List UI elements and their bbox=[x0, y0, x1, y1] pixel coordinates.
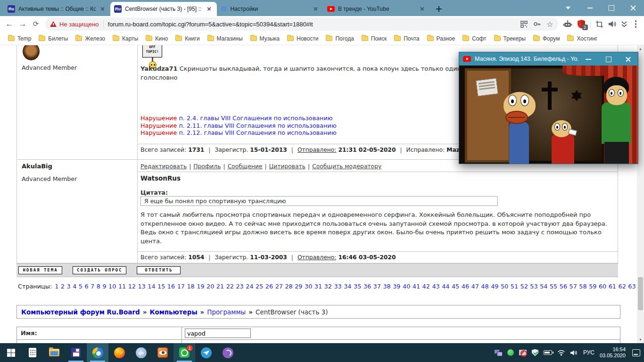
maximize-button[interactable] bbox=[601, 0, 622, 16]
page-link[interactable]: 58 bbox=[579, 283, 586, 290]
taskbar-firefox[interactable] bbox=[108, 343, 130, 362]
tab-active-topics[interactable]: Ru Активные темы :: Общие :: Комп bbox=[4, 2, 110, 16]
green-status-icon[interactable] bbox=[507, 349, 514, 356]
page-link[interactable]: 63 bbox=[628, 283, 636, 290]
taskbar-floppy-app[interactable] bbox=[65, 343, 87, 362]
tab-youtube[interactable]: В тренде - YouTube bbox=[323, 2, 430, 16]
taskbar-calculator[interactable] bbox=[22, 343, 43, 362]
page-link[interactable]: 8 bbox=[97, 283, 100, 290]
page-link[interactable]: 11 bbox=[118, 283, 126, 290]
qr-code-icon[interactable] bbox=[520, 21, 528, 28]
saved-password-key-icon[interactable] bbox=[533, 20, 541, 28]
page-link[interactable]: 21 bbox=[216, 283, 224, 290]
speaker-icon[interactable] bbox=[608, 20, 616, 28]
page-link[interactable]: 27 bbox=[275, 283, 283, 290]
page-link[interactable]: 59 bbox=[589, 283, 596, 290]
page-link[interactable]: 56 bbox=[560, 283, 567, 290]
page-link[interactable]: 44 bbox=[442, 283, 449, 290]
bookmark-folder[interactable]: Софт bbox=[459, 34, 489, 43]
address-bar[interactable]: Не защищено forum.ru-board.com/topic.cgi… bbox=[45, 17, 558, 31]
page-link[interactable]: 17 bbox=[177, 283, 185, 290]
bookmark-folder[interactable]: Разное bbox=[424, 34, 459, 43]
pip-maximize-button[interactable] bbox=[598, 52, 618, 66]
scrollbar-thumb[interactable] bbox=[638, 277, 643, 310]
page-link[interactable]: 6 bbox=[84, 283, 88, 290]
tab-settings[interactable]: Настройки bbox=[217, 2, 323, 16]
taskbar-qbittorrent[interactable]: qb bbox=[130, 343, 152, 362]
bookmark-folder[interactable]: Почта bbox=[391, 34, 422, 43]
page-link[interactable]: 26 bbox=[265, 283, 273, 290]
close-icon[interactable] bbox=[419, 5, 426, 13]
minimize-button[interactable] bbox=[579, 0, 601, 16]
page-link[interactable]: 24 bbox=[246, 283, 253, 290]
page-link[interactable]: 1 bbox=[55, 283, 58, 290]
pip-close-button[interactable] bbox=[618, 52, 638, 66]
post-action-link[interactable]: Сообщение bbox=[228, 163, 263, 170]
page-link[interactable]: 45 bbox=[452, 283, 459, 290]
sent-link[interactable]: Отправлено: bbox=[297, 254, 337, 261]
page-link[interactable]: 28 bbox=[285, 283, 292, 290]
page-link[interactable]: 47 bbox=[471, 283, 479, 290]
breadcrumb-root-link[interactable]: Компьютерный форум Ru.Board bbox=[21, 308, 140, 316]
page-link[interactable]: 25 bbox=[256, 283, 263, 290]
pip-title-bar[interactable]: Масяня. Эпизод 143. Билефельд - Yo... bbox=[459, 52, 638, 66]
bookmark-folder[interactable]: Хостинг bbox=[564, 34, 601, 43]
close-window-button[interactable] bbox=[622, 0, 644, 16]
page-link[interactable]: 19 bbox=[197, 283, 204, 290]
page-link[interactable]: 39 bbox=[393, 283, 400, 290]
page-link[interactable]: 4 bbox=[73, 283, 76, 290]
defender-shield-icon[interactable] bbox=[532, 349, 538, 356]
sent-link[interactable]: Отправлено: bbox=[297, 147, 337, 153]
forward-button[interactable] bbox=[16, 17, 29, 31]
chrome-menu-icon[interactable] bbox=[632, 20, 640, 28]
page-link[interactable]: 49 bbox=[491, 283, 498, 290]
page-link[interactable]: 54 bbox=[540, 283, 547, 290]
agreement-link[interactable]: п. 2.11. главы VIII Соглашения по исполь… bbox=[179, 122, 336, 129]
page-link[interactable]: 5 bbox=[79, 283, 83, 290]
reload-button[interactable] bbox=[29, 17, 42, 31]
page-link[interactable]: 40 bbox=[403, 283, 410, 290]
page-link[interactable]: 22 bbox=[226, 283, 234, 290]
language-indicator[interactable]: РУС bbox=[583, 349, 594, 356]
taskbar-clock[interactable]: 16:54 03.05.2020 bbox=[600, 346, 626, 359]
blocked-monitor-icon[interactable] bbox=[519, 350, 527, 355]
topic-action-button[interactable]: ОТВЕТИТЬ bbox=[137, 266, 181, 274]
bookmark-folder[interactable]: Трекеры bbox=[491, 34, 529, 43]
page-link[interactable]: 51 bbox=[511, 283, 518, 290]
page-link[interactable]: 10 bbox=[108, 283, 116, 290]
page-link[interactable]: 46 bbox=[462, 283, 469, 290]
taskbar-whatsapp[interactable]: 1 bbox=[173, 343, 195, 362]
name-input[interactable] bbox=[185, 329, 251, 338]
page-link[interactable]: 29 bbox=[295, 283, 302, 290]
page-link[interactable]: 32 bbox=[324, 283, 332, 290]
page-link[interactable]: 37 bbox=[373, 283, 381, 290]
double-chevron-down-icon[interactable] bbox=[621, 21, 627, 28]
bookmark-folder[interactable]: Temp bbox=[5, 34, 34, 43]
page-link[interactable]: 13 bbox=[138, 283, 145, 290]
page-link[interactable]: 38 bbox=[383, 283, 390, 290]
agreement-link[interactable]: п. 2.12. главы VIII Соглашения по исполь… bbox=[179, 129, 336, 136]
scroll-down-arrow[interactable] bbox=[637, 336, 644, 343]
page-link[interactable]: 7 bbox=[91, 283, 94, 290]
battery-icon[interactable] bbox=[544, 350, 552, 355]
bookmark-folder[interactable]: Форум bbox=[530, 34, 563, 43]
post-action-link[interactable]: Профиль bbox=[193, 163, 221, 170]
page-link[interactable]: 33 bbox=[334, 283, 341, 290]
page-link[interactable]: 52 bbox=[520, 283, 528, 290]
taskbar-telegram[interactable] bbox=[195, 343, 217, 362]
pip-video-window[interactable]: Масяня. Эпизод 143. Билефельд - Yo... bbox=[459, 52, 638, 164]
close-icon[interactable] bbox=[312, 5, 320, 13]
volume-icon[interactable] bbox=[570, 350, 578, 356]
page-link[interactable]: 48 bbox=[481, 283, 488, 290]
close-icon[interactable] bbox=[206, 5, 213, 13]
taskbar-image-viewer[interactable] bbox=[152, 343, 173, 362]
page-link[interactable]: 23 bbox=[236, 283, 243, 290]
page-link[interactable]: 31 bbox=[314, 283, 322, 290]
taskbar-file-explorer[interactable] bbox=[43, 343, 65, 362]
scroll-up-arrow[interactable] bbox=[637, 45, 644, 52]
page-link[interactable]: 41 bbox=[413, 283, 420, 290]
bookmark-folder[interactable]: Железо bbox=[72, 34, 108, 43]
agreement-link[interactable]: п. 2.4. главы VIII Соглашения по использ… bbox=[179, 115, 332, 122]
page-link[interactable]: 53 bbox=[530, 283, 537, 290]
tab-centbrowser-topic[interactable]: Ru CentBrowser (часть 3) - [95] :: Пр bbox=[110, 2, 217, 16]
